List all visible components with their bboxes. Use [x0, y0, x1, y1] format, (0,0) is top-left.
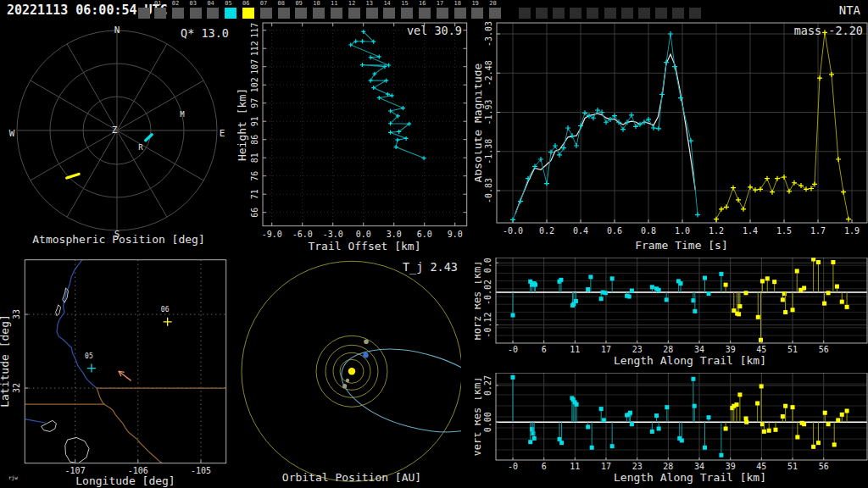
station-slot-number: 01 — [154, 0, 161, 7]
station-slot-20[interactable]: 20 — [489, 8, 501, 19]
y-tick-label: 112 — [250, 41, 259, 56]
y-tick-label: 71 — [250, 189, 259, 199]
residual-stems-station-05 — [511, 272, 724, 318]
meteor-streak-05 — [146, 135, 153, 141]
top-bar: 20221113 06:00:54 UTC 010203040506070809… — [0, 0, 868, 20]
x-tick-label: 1.5 — [776, 226, 792, 236]
radiant-label-R: R — [138, 143, 143, 152]
water-line — [25, 419, 46, 423]
y-tick-label: -0.12 — [483, 313, 492, 338]
vertical-residuals-panel: -061117232834394551560.270.00Length Alon… — [475, 373, 868, 488]
station-slot-14[interactable]: 14 — [383, 8, 395, 19]
station-slot-18[interactable]: 18 — [454, 8, 466, 19]
x-axis-label: Frame Time [s] — [635, 239, 728, 252]
y-axis-label: Height [km] — [237, 88, 248, 161]
orbital-position-panel: T_j 2.43Orbital Position [AU] — [237, 258, 461, 488]
x-axis-label: Length Along Trail [km] — [614, 354, 766, 367]
x-tick-label: 11 — [570, 462, 580, 471]
x-tick-label: 9.0 — [448, 230, 463, 239]
x-tick-label: 6.0 — [417, 230, 432, 239]
station-slot-03[interactable]: 03 — [190, 8, 202, 19]
station-slot-04[interactable]: 04 — [207, 8, 219, 19]
station-slot-10[interactable]: 10 — [313, 8, 325, 19]
zenith-label: Z — [112, 125, 118, 136]
panel-title: Atmospheric Position [deg] — [32, 233, 205, 246]
y-tick-label: 66 — [250, 208, 259, 218]
y-tick-label: -0.83 — [484, 178, 493, 203]
x-tick-label: 1.2 — [709, 226, 724, 236]
station-slot-06[interactable]: 06 — [242, 8, 254, 19]
lightcurve-line-06 — [716, 32, 849, 219]
terrain-outline-3 — [65, 437, 89, 463]
y-tick-label: 86 — [250, 135, 259, 145]
x-tick-label: 56 — [819, 345, 829, 354]
x-axis-label: Trail Offset [km] — [308, 240, 420, 252]
x-tick-label: 45 — [756, 462, 766, 471]
y-tick-label: 0.00 — [483, 412, 492, 432]
station-06-label: 06 — [161, 306, 170, 313]
station-slot-number: 14 — [383, 0, 390, 7]
horizontal-residuals-panel: -061117232834394551560.07-0.02-0.12Lengt… — [475, 258, 868, 373]
tisserand-annotation: T_j 2.43 — [403, 260, 458, 274]
station-slot-number: 08 — [278, 0, 285, 7]
x-tick-label: -0 — [508, 462, 518, 471]
trajectory-arrow — [119, 371, 131, 380]
sun-marker — [348, 368, 355, 374]
x-tick-label: 23 — [632, 345, 643, 354]
station-slot-lead — [138, 8, 150, 19]
atmospheric-position-panel: NESWZMRQ* 13.0Atmospheric Position [deg] — [0, 20, 237, 258]
x-tick-label: -3.0 — [323, 230, 343, 239]
station-slot-16[interactable]: 16 — [419, 8, 431, 19]
station-slot-empty — [621, 8, 633, 19]
x-tick-label: 39 — [726, 345, 736, 354]
light-curve-panel: -0.00.20.40.60.81.01.21.41.51.71.9-3.03-… — [475, 20, 868, 258]
residual-stems-station-06 — [724, 258, 849, 342]
station-slot-number: 05 — [225, 0, 231, 7]
x-tick-label: 1.7 — [810, 226, 826, 236]
station-slot-number: 06 — [242, 0, 249, 7]
station-slot-05[interactable]: 05 — [225, 8, 236, 19]
y-tick-label: -0.02 — [483, 280, 492, 305]
y-tick-label: 117 — [250, 23, 259, 38]
x-tick-label: 28 — [663, 345, 673, 354]
x-tick-label: 0.4 — [573, 226, 588, 236]
x-tick-label: 6 — [542, 462, 547, 471]
terrain-outline-1 — [56, 305, 61, 316]
x-tick-label: 51 — [787, 462, 798, 471]
x-tick-label: 34 — [694, 462, 704, 471]
station-slot-11[interactable]: 11 — [331, 8, 342, 19]
station-slot-15[interactable]: 15 — [401, 8, 413, 19]
y-tick-label: 0.27 — [483, 375, 492, 396]
station-slot-number: 13 — [366, 0, 373, 7]
station-slot-17[interactable]: 17 — [437, 8, 448, 19]
x-tick-label: -9.0 — [262, 230, 282, 239]
y-tick-label: -1.93 — [484, 99, 493, 125]
station-slot-number: 19 — [471, 0, 478, 7]
meteor-streak-06 — [67, 175, 79, 179]
station-slot-empty — [689, 8, 701, 19]
venus-marker — [342, 384, 347, 388]
x-axis-label: Length Along Trail [km] — [614, 471, 766, 484]
x-tick-label: 17 — [601, 462, 611, 471]
mars-marker — [364, 340, 369, 345]
station-slot-07[interactable]: 07 — [260, 8, 272, 19]
mass-annotation: mass -2.20 — [794, 24, 863, 37]
x-tick-label: -105 — [191, 466, 211, 475]
station-slot-08[interactable]: 08 — [278, 8, 290, 19]
y-tick-label: -2.48 — [484, 60, 493, 86]
station-slot-09[interactable]: 09 — [295, 8, 307, 19]
station-slot-19[interactable]: 19 — [471, 8, 483, 19]
station-slot-12[interactable]: 12 — [348, 8, 360, 19]
station-slot-02[interactable]: 02 — [172, 8, 184, 19]
station-05-marker: 05 — [85, 352, 96, 373]
compass-east-label: E — [220, 128, 225, 139]
river-border-segment — [97, 388, 164, 464]
station-slot-number: 11 — [331, 0, 337, 7]
station-slot-01[interactable]: 01 — [154, 8, 166, 19]
station-slot-empty — [655, 8, 667, 19]
x-tick-label: 6 — [542, 345, 547, 354]
x-tick-label: 23 — [632, 462, 643, 471]
station-slot-13[interactable]: 13 — [366, 8, 378, 19]
station-slot-number: 20 — [489, 0, 496, 7]
y-tick-label: -3.03 — [484, 21, 493, 47]
